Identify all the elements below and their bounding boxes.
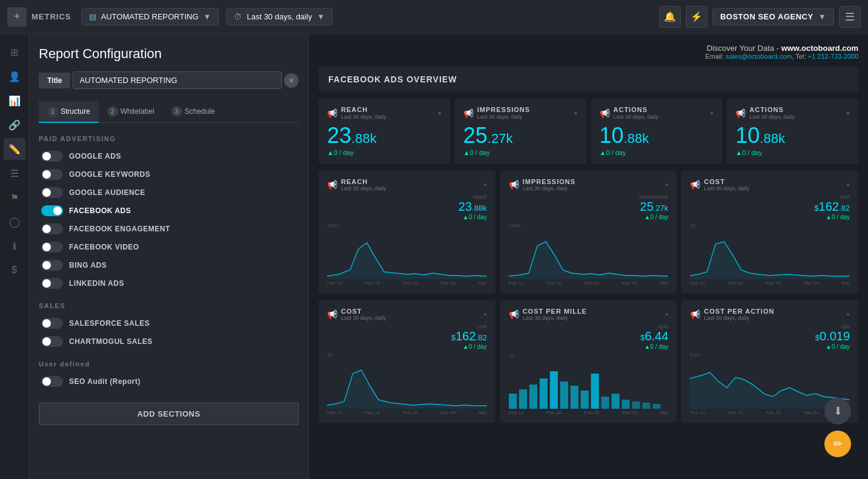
toggle-google-keywords-switch[interactable]: [41, 169, 63, 180]
tab-schedule[interactable]: 3 Schedule: [163, 101, 224, 123]
toggle-facebook-ads[interactable]: FACEBOOK ADS: [39, 202, 299, 220]
chart-cost-r2-value: $162.82: [814, 200, 850, 214]
metric-card-reach: 📢 REACH Last 30 days, daily ● 23.88k ▲0 …: [319, 99, 450, 164]
agency-dropdown[interactable]: BOSTON SEO AGENCY ▼: [712, 8, 834, 25]
x-feb18: Feb 18: [365, 280, 380, 286]
actions2-megaphone-icon: 📢: [735, 108, 746, 118]
bell-icon: 🔔: [664, 11, 676, 22]
config-title: Report Configuration: [39, 46, 299, 62]
user-icon-btn[interactable]: ◯: [4, 211, 25, 233]
toggle-salesforce-switch[interactable]: [41, 318, 63, 329]
tab-num-structure: 1: [47, 106, 58, 117]
metric-header-impressions: 📢 IMPRESSIONS Last 30 days, daily ●: [463, 106, 578, 120]
metric-header-actions2: 📢 ACTIONS Last 30 days, daily ●: [735, 106, 850, 120]
dashboard-icon-btn[interactable]: ⊞: [4, 41, 25, 63]
toggle-facebook-video-switch[interactable]: [41, 242, 63, 253]
billing-icon: $: [12, 265, 17, 276]
info-icon: ℹ: [13, 240, 16, 252]
toggle-google-keywords-label: GOOGLE KEYWORDS: [69, 170, 150, 179]
toggle-facebook-engagement[interactable]: FACEBOOK ENGAGEMENT: [39, 220, 299, 238]
edit-fab[interactable]: ✏: [824, 431, 851, 457]
toggle-facebook-engagement-label: FACEBOOK ENGAGEMENT: [69, 225, 170, 233]
x-feb25: Feb 25: [403, 280, 418, 286]
edit-icon-btn[interactable]: ✏️: [4, 138, 25, 160]
toggle-google-audience-switch[interactable]: [41, 187, 63, 198]
info-icon-btn[interactable]: ℹ: [4, 235, 25, 257]
toggle-salesforce-label: SALESFORCE SALES: [69, 319, 150, 328]
x-mar04: Mar 04: [440, 280, 456, 286]
title-tag-button[interactable]: Title: [39, 73, 70, 88]
toggle-linkedin-ads[interactable]: LINKEDIN ADS: [39, 274, 299, 292]
reporting-dropdown[interactable]: ▤ AUTOMATED REPORTING ▼: [81, 8, 219, 25]
title-clear-button[interactable]: ×: [284, 73, 299, 88]
actions1-megaphone-icon: 📢: [600, 108, 610, 118]
svg-rect-14: [652, 404, 660, 409]
chart-cpm: 📢 COST PER MILLE Last 30 days, daily ● c…: [500, 300, 677, 423]
toggle-chartmogul-switch[interactable]: [41, 336, 63, 347]
toggle-seo-audit-switch[interactable]: [41, 376, 63, 387]
list-icon: ☰: [10, 168, 19, 179]
toggle-bing-ads[interactable]: BING ADS: [39, 256, 299, 274]
download-fab[interactable]: ⬇: [824, 398, 851, 424]
chart-cost-r3-area: [327, 360, 487, 409]
svg-rect-6: [570, 386, 578, 409]
hamburger-button[interactable]: ☰: [839, 6, 861, 28]
toggle-seo-audit[interactable]: SEO Audit (Report): [39, 372, 299, 391]
toggle-facebook-video[interactable]: FACEBOOK VIDEO: [39, 238, 299, 256]
add-sections-button[interactable]: ADD SECTIONS: [39, 403, 299, 425]
title-input[interactable]: [73, 71, 282, 89]
tab-num-whitelabel: 2: [107, 106, 118, 117]
people-icon-btn[interactable]: 👤: [4, 65, 25, 87]
chart-cpm-label-top: cpm: [509, 323, 669, 329]
flag-icon-btn[interactable]: ⚑: [4, 187, 25, 208]
chart-cost-r2: 📢 COST Last 30 days, daily ● cost $162.8…: [681, 171, 858, 293]
toggle-google-audience[interactable]: GOOGLE AUDIENCE: [39, 183, 299, 202]
chart-reach-header: 📢 REACH Last 30 days, daily ●: [327, 178, 487, 191]
billing-icon-btn[interactable]: $: [4, 259, 25, 281]
toggle-chartmogul[interactable]: CHARTMOGUL SALES: [39, 332, 299, 351]
time-arrow: ▼: [317, 12, 325, 21]
actions2-num: 10.88k: [735, 123, 785, 148]
chart-reach-icon: 📢: [327, 180, 337, 190]
toggle-salesforce[interactable]: SALESFORCE SALES: [39, 314, 299, 332]
toggle-facebook-engagement-switch[interactable]: [41, 223, 63, 234]
reach-value: 23.88k: [327, 125, 442, 147]
chart-impressions-change: ▲0 / day: [509, 214, 669, 220]
toggle-google-ads[interactable]: GOOGLE ADS: [39, 147, 299, 165]
chart-cpa-area: [690, 360, 850, 409]
chart-cost-r3-xaxis: Feb 11 Feb 18 Feb 25 Mar 04 Mar: [327, 410, 487, 415]
chart-cost-r2-subtitle: Last 30 days, daily: [704, 185, 749, 191]
download-icon: ⬇: [833, 405, 843, 418]
plus-button[interactable]: +: [7, 7, 27, 27]
settings-button[interactable]: ⚡: [686, 6, 707, 28]
svg-rect-5: [560, 382, 568, 409]
toggle-google-keywords[interactable]: GOOGLE KEYWORDS: [39, 165, 299, 183]
chart-cost-r2-change: ▲0 / day: [690, 214, 850, 220]
toggle-chartmogul-label: CHARTMOGUL SALES: [69, 337, 153, 346]
tab-schedule-label: Schedule: [185, 107, 215, 116]
user-defined-header: User defined: [39, 360, 299, 368]
chart-impressions-y-labels: 2,000: [509, 223, 669, 228]
link-icon-btn[interactable]: 🔗: [4, 114, 25, 136]
toggle-linkedin-ads-switch[interactable]: [41, 278, 63, 289]
tab-whitelabel[interactable]: 2 Whitelabel: [99, 101, 163, 123]
chart-impressions-area: [509, 231, 669, 279]
chart-impressions-svg: [509, 231, 669, 279]
time-dropdown[interactable]: ⏱ Last 30 days, daily ▼: [226, 8, 333, 25]
toggle-seo-audit-label: SEO Audit (Report): [69, 377, 141, 386]
svg-rect-12: [632, 401, 640, 409]
metric-header-actions1: 📢 ACTIONS Last 30 days, daily ●: [600, 106, 714, 120]
metric-card-actions2: 📢 ACTIONS Last 30 days, daily ● 10.88k ▲…: [727, 99, 858, 164]
notification-button[interactable]: 🔔: [659, 6, 681, 28]
impressions-subtitle: Last 30 days, daily: [477, 114, 530, 120]
toggle-google-ads-switch[interactable]: [41, 151, 63, 162]
impressions-num: 25.27k: [463, 123, 513, 148]
chart-cpa-label-top: cpa: [690, 323, 850, 329]
toggle-bing-ads-switch[interactable]: [41, 260, 63, 271]
chart-icon-btn[interactable]: 📊: [4, 90, 25, 111]
toggle-facebook-ads-switch[interactable]: [41, 205, 63, 216]
list-icon-btn[interactable]: ☰: [4, 162, 25, 184]
chart-reach-y-labels: 2,000: [327, 223, 487, 228]
side-icons: ⊞ 👤 📊 🔗 ✏️ ☰ ⚑ ◯ ℹ $: [0, 34, 29, 479]
tab-structure[interactable]: 1 Structure: [39, 101, 99, 123]
